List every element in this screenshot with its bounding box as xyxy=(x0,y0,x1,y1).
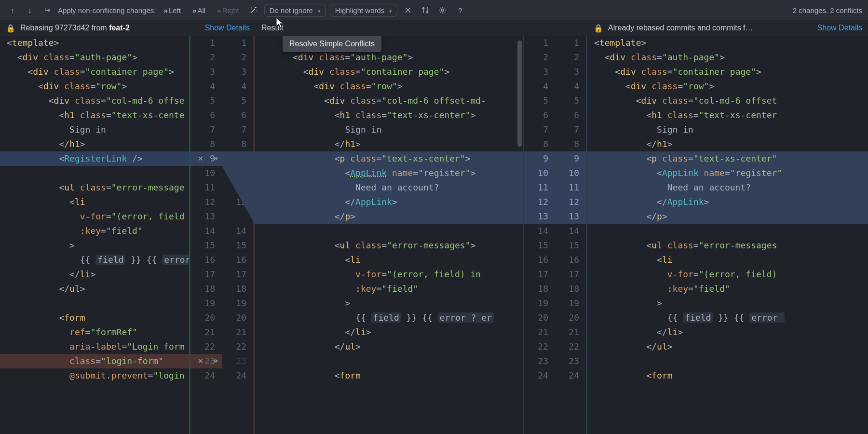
left-line-numbers: 123456789101112131415161718192021222324 xyxy=(189,36,222,434)
highlight-mode-dropdown[interactable]: Highlight words xyxy=(330,4,398,17)
apply-all-button[interactable]: » All xyxy=(189,5,209,16)
lock-icon: 🔒 xyxy=(594,24,603,33)
pane-header-bar: 🔒 Rebasing 97273d42 from feat-2 Show Det… xyxy=(0,20,868,36)
ignore-whitespace-dropdown[interactable]: Do not ignore xyxy=(264,4,326,17)
apply-left-button[interactable]: » Left xyxy=(160,5,185,16)
help-icon[interactable]: ? xyxy=(453,3,467,17)
apply-right-button[interactable]: « Right xyxy=(213,5,243,16)
show-details-right-link[interactable]: Show Details xyxy=(817,24,862,32)
gutter-left: 123456789101112131415161718192021222324 … xyxy=(189,36,255,434)
sync-scroll-icon[interactable] xyxy=(419,3,432,17)
show-details-left-link[interactable]: Show Details xyxy=(205,24,250,32)
conflict-actions-2: ✕ » xyxy=(196,355,219,365)
prev-diff-icon[interactable]: ↑ xyxy=(6,3,19,17)
result-pane[interactable]: <div class="auth-page"> <div class="cont… xyxy=(255,36,523,434)
gutter-right: 123456789101112131415161718192021222324 … xyxy=(523,36,587,434)
tooltip: Resolve Simple Conflicts xyxy=(283,36,381,52)
next-diff-icon[interactable]: ↓ xyxy=(23,3,37,17)
right-pane-title: Already rebased commits and commits f… xyxy=(608,24,753,32)
mouse-cursor xyxy=(276,17,285,29)
accept-change-icon[interactable]: » xyxy=(209,153,219,163)
jump-icon[interactable]: ↪ xyxy=(41,3,54,17)
magic-wand-icon[interactable] xyxy=(247,3,260,17)
conflict-actions-1: ✕ » xyxy=(196,153,219,163)
toolbar: ↑ ↓ ↪ Apply non-conflicting changes: » L… xyxy=(0,0,868,20)
diff-panes: <template> <div class="auth-page"> <div … xyxy=(0,36,868,434)
reject-change-icon[interactable]: ✕ xyxy=(196,355,205,365)
mid-line-numbers-left: 123456789121415161718192021222324 xyxy=(222,36,255,434)
reject-change-icon[interactable]: ✕ xyxy=(196,153,205,163)
changes-status: 2 changes. 2 conflicts xyxy=(793,6,862,14)
apply-label: Apply non-conflicting changes: xyxy=(58,6,156,14)
accept-change-icon[interactable]: » xyxy=(209,355,219,365)
left-pane[interactable]: <template> <div class="auth-page"> <div … xyxy=(0,36,189,434)
lock-icon: 🔒 xyxy=(6,24,15,33)
settings-icon[interactable] xyxy=(436,3,449,17)
right-pane[interactable]: <template> <div class="auth-page"> <div … xyxy=(587,36,868,434)
svg-point-0 xyxy=(442,9,444,12)
right-line-numbers: 123456789101112131415161718192021222324 xyxy=(555,36,587,434)
scrollbar-thumb[interactable] xyxy=(517,41,522,147)
mid-line-numbers-right: 123456789101112131415161718192021222324 xyxy=(523,36,555,434)
left-pane-title: Rebasing 97273d42 from feat-2 xyxy=(20,24,130,32)
collapse-unchanged-icon[interactable] xyxy=(401,3,415,17)
